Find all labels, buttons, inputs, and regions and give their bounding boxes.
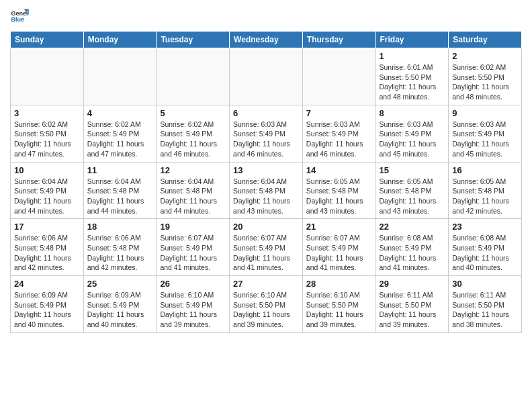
calendar-cell: 29Sunrise: 6:11 AMSunset: 5:50 PMDayligh… (375, 276, 449, 333)
calendar-cell: 19Sunrise: 6:07 AMSunset: 5:49 PMDayligh… (157, 219, 230, 276)
day-number: 4 (87, 108, 153, 118)
day-info: Sunrise: 6:02 AMSunset: 5:49 PMDaylight:… (87, 120, 153, 159)
week-row-2: 3Sunrise: 6:02 AMSunset: 5:50 PMDaylight… (11, 105, 522, 162)
day-number: 29 (380, 279, 445, 289)
day-number: 25 (87, 279, 153, 289)
week-row-1: 1Sunrise: 6:01 AMSunset: 5:50 PMDaylight… (11, 48, 522, 105)
calendar-cell: 22Sunrise: 6:08 AMSunset: 5:49 PMDayligh… (375, 219, 449, 276)
day-info: Sunrise: 6:04 AMSunset: 5:48 PMDaylight:… (233, 177, 299, 216)
day-info: Sunrise: 6:02 AMSunset: 5:50 PMDaylight:… (14, 120, 80, 159)
calendar-cell: 1Sunrise: 6:01 AMSunset: 5:50 PMDaylight… (375, 48, 449, 105)
day-info: Sunrise: 6:03 AMSunset: 5:49 PMDaylight:… (233, 120, 299, 159)
calendar-cell: 8Sunrise: 6:03 AMSunset: 5:49 PMDaylight… (375, 105, 449, 162)
day-info: Sunrise: 6:09 AMSunset: 5:49 PMDaylight:… (87, 290, 153, 330)
day-number: 2 (452, 51, 518, 61)
day-number: 19 (160, 222, 226, 232)
day-info: Sunrise: 6:02 AMSunset: 5:50 PMDaylight:… (452, 62, 518, 102)
day-number: 11 (87, 165, 153, 175)
day-info: Sunrise: 6:07 AMSunset: 5:49 PMDaylight:… (233, 233, 299, 273)
day-info: Sunrise: 6:06 AMSunset: 5:48 PMDaylight:… (14, 233, 80, 273)
calendar-cell: 27Sunrise: 6:10 AMSunset: 5:50 PMDayligh… (230, 276, 303, 333)
day-info: Sunrise: 6:08 AMSunset: 5:49 PMDaylight:… (452, 233, 518, 273)
weekday-header-thursday: Thursday (302, 32, 375, 48)
day-number: 12 (160, 165, 226, 175)
day-info: Sunrise: 6:09 AMSunset: 5:49 PMDaylight:… (14, 290, 80, 330)
day-info: Sunrise: 6:04 AMSunset: 5:48 PMDaylight:… (87, 177, 153, 216)
day-info: Sunrise: 6:02 AMSunset: 5:49 PMDaylight:… (160, 120, 226, 159)
day-number: 30 (452, 279, 518, 289)
calendar-cell: 20Sunrise: 6:07 AMSunset: 5:49 PMDayligh… (230, 219, 303, 276)
weekday-header-saturday: Saturday (449, 32, 522, 48)
day-info: Sunrise: 6:10 AMSunset: 5:50 PMDaylight:… (233, 290, 299, 330)
day-info: Sunrise: 6:01 AMSunset: 5:50 PMDaylight:… (380, 62, 445, 102)
calendar-cell: 16Sunrise: 6:05 AMSunset: 5:48 PMDayligh… (449, 162, 522, 219)
calendar-table: SundayMondayTuesdayWednesdayThursdayFrid… (10, 31, 522, 333)
day-info: Sunrise: 6:05 AMSunset: 5:48 PMDaylight:… (380, 177, 445, 216)
day-number: 27 (233, 279, 299, 289)
calendar-cell: 12Sunrise: 6:04 AMSunset: 5:48 PMDayligh… (157, 162, 230, 219)
weekday-header-friday: Friday (375, 32, 449, 48)
day-number: 17 (14, 222, 80, 232)
day-number: 23 (452, 222, 518, 232)
weekday-header-monday: Monday (83, 32, 157, 48)
calendar-cell (11, 48, 84, 105)
day-number: 9 (452, 108, 518, 118)
day-info: Sunrise: 6:10 AMSunset: 5:49 PMDaylight:… (160, 290, 226, 330)
calendar-cell: 13Sunrise: 6:04 AMSunset: 5:48 PMDayligh… (230, 162, 303, 219)
day-number: 18 (87, 222, 153, 232)
day-number: 14 (306, 165, 372, 175)
day-info: Sunrise: 6:03 AMSunset: 5:49 PMDaylight:… (306, 120, 372, 159)
header: General Blue (10, 7, 522, 26)
calendar-cell: 23Sunrise: 6:08 AMSunset: 5:49 PMDayligh… (449, 219, 522, 276)
day-info: Sunrise: 6:04 AMSunset: 5:49 PMDaylight:… (14, 177, 80, 216)
day-info: Sunrise: 6:03 AMSunset: 5:49 PMDaylight:… (380, 120, 445, 159)
weekday-header-wednesday: Wednesday (230, 32, 303, 48)
day-number: 6 (233, 108, 299, 118)
calendar-cell (302, 48, 375, 105)
week-row-5: 24Sunrise: 6:09 AMSunset: 5:49 PMDayligh… (11, 276, 522, 333)
calendar-cell: 17Sunrise: 6:06 AMSunset: 5:48 PMDayligh… (11, 219, 84, 276)
day-number: 21 (306, 222, 372, 232)
day-info: Sunrise: 6:07 AMSunset: 5:49 PMDaylight:… (160, 233, 226, 273)
weekday-header-tuesday: Tuesday (157, 32, 230, 48)
week-row-4: 17Sunrise: 6:06 AMSunset: 5:48 PMDayligh… (11, 219, 522, 276)
weekday-header-sunday: Sunday (11, 32, 84, 48)
day-number: 13 (233, 165, 299, 175)
calendar-cell: 3Sunrise: 6:02 AMSunset: 5:50 PMDaylight… (11, 105, 84, 162)
calendar-cell: 18Sunrise: 6:06 AMSunset: 5:48 PMDayligh… (83, 219, 157, 276)
day-number: 15 (380, 165, 445, 175)
day-info: Sunrise: 6:07 AMSunset: 5:49 PMDaylight:… (306, 233, 372, 273)
day-info: Sunrise: 6:03 AMSunset: 5:49 PMDaylight:… (452, 120, 518, 159)
calendar-cell: 30Sunrise: 6:11 AMSunset: 5:50 PMDayligh… (449, 276, 522, 333)
calendar-cell: 25Sunrise: 6:09 AMSunset: 5:49 PMDayligh… (83, 276, 157, 333)
calendar-cell: 10Sunrise: 6:04 AMSunset: 5:49 PMDayligh… (11, 162, 84, 219)
day-number: 1 (380, 51, 445, 61)
day-number: 22 (380, 222, 445, 232)
day-number: 7 (306, 108, 372, 118)
page: General Blue SundayMondayTuesdayWednesda… (0, 0, 532, 340)
calendar-cell: 14Sunrise: 6:05 AMSunset: 5:48 PMDayligh… (302, 162, 375, 219)
day-number: 8 (380, 108, 445, 118)
svg-text:Blue: Blue (11, 16, 24, 23)
calendar-cell: 26Sunrise: 6:10 AMSunset: 5:49 PMDayligh… (157, 276, 230, 333)
calendar-cell: 15Sunrise: 6:05 AMSunset: 5:48 PMDayligh… (375, 162, 449, 219)
calendar-cell: 11Sunrise: 6:04 AMSunset: 5:48 PMDayligh… (83, 162, 157, 219)
day-info: Sunrise: 6:10 AMSunset: 5:50 PMDaylight:… (306, 290, 372, 330)
calendar-cell: 5Sunrise: 6:02 AMSunset: 5:49 PMDaylight… (157, 105, 230, 162)
calendar-cell: 24Sunrise: 6:09 AMSunset: 5:49 PMDayligh… (11, 276, 84, 333)
day-info: Sunrise: 6:04 AMSunset: 5:48 PMDaylight:… (160, 177, 226, 216)
day-number: 10 (14, 165, 80, 175)
calendar-cell (83, 48, 157, 105)
day-info: Sunrise: 6:11 AMSunset: 5:50 PMDaylight:… (380, 290, 445, 330)
day-info: Sunrise: 6:05 AMSunset: 5:48 PMDaylight:… (452, 177, 518, 216)
calendar-cell: 2Sunrise: 6:02 AMSunset: 5:50 PMDaylight… (449, 48, 522, 105)
day-number: 24 (14, 279, 80, 289)
day-number: 20 (233, 222, 299, 232)
day-info: Sunrise: 6:05 AMSunset: 5:48 PMDaylight:… (306, 177, 372, 216)
calendar-cell (230, 48, 303, 105)
day-info: Sunrise: 6:08 AMSunset: 5:49 PMDaylight:… (380, 233, 445, 273)
day-info: Sunrise: 6:11 AMSunset: 5:50 PMDaylight:… (452, 290, 518, 330)
calendar-cell (157, 48, 230, 105)
calendar-cell: 7Sunrise: 6:03 AMSunset: 5:49 PMDaylight… (302, 105, 375, 162)
logo: General Blue (10, 7, 33, 26)
